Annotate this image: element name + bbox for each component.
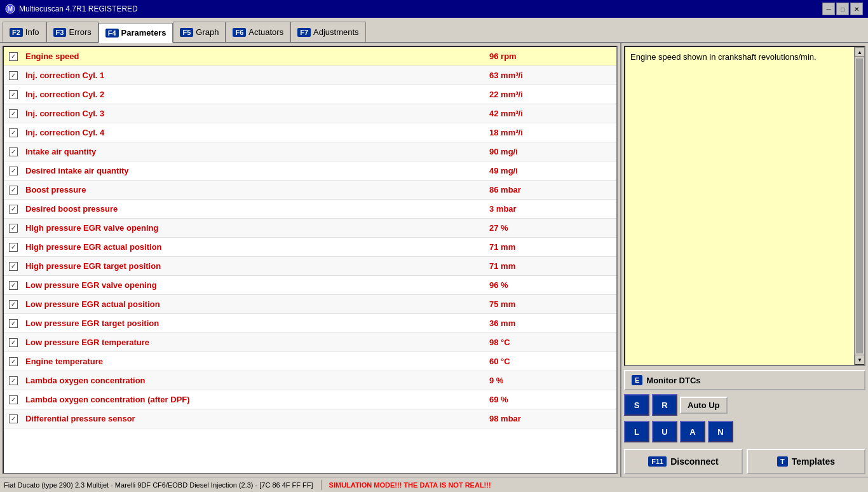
app-title: Multiecuscan 4.7R1 REGISTERED bbox=[19, 4, 138, 13]
tab-label-parameters: Parameters bbox=[121, 28, 166, 38]
checkbox-icon: ✓ bbox=[9, 128, 18, 137]
param-checkbox[interactable]: ✓ bbox=[4, 52, 23, 61]
param-checkbox[interactable]: ✓ bbox=[4, 224, 23, 233]
param-checkbox[interactable]: ✓ bbox=[4, 147, 23, 156]
param-checkbox[interactable]: ✓ bbox=[4, 71, 23, 80]
bottom-actions: F11 Disconnect T Templates bbox=[624, 449, 865, 474]
table-row[interactable]: ✓Inj. correction Cyl. 418 mm³/i bbox=[4, 123, 616, 142]
close-button[interactable]: ✕ bbox=[850, 3, 863, 15]
table-row[interactable]: ✓High pressure EGR actual position71 mm bbox=[4, 238, 616, 257]
param-value: 69 % bbox=[489, 395, 616, 404]
monitor-dtcs-button[interactable]: E Monitor DTCs bbox=[624, 370, 865, 390]
simulation-warning: SIMULATION MODE!!! THE DATA IS NOT REAL!… bbox=[329, 481, 491, 489]
tab-parameters[interactable]: F4 Parameters bbox=[98, 23, 173, 43]
templates-key: T bbox=[777, 456, 788, 467]
param-checkbox[interactable]: ✓ bbox=[4, 376, 23, 385]
key-l-button[interactable]: L bbox=[624, 421, 649, 442]
scroll-up-arrow[interactable]: ▲ bbox=[855, 47, 865, 57]
param-value: 22 mm³/i bbox=[489, 90, 616, 99]
param-checkbox[interactable]: ✓ bbox=[4, 205, 23, 214]
key-s-button[interactable]: S bbox=[624, 394, 649, 416]
checkbox-icon: ✓ bbox=[9, 147, 18, 156]
param-checkbox[interactable]: ✓ bbox=[4, 395, 23, 404]
table-row[interactable]: ✓Desired boost pressure3 mbar bbox=[4, 200, 616, 219]
param-checkbox[interactable]: ✓ bbox=[4, 414, 23, 423]
param-name: Desired intake air quantity bbox=[23, 166, 489, 175]
param-checkbox[interactable]: ✓ bbox=[4, 262, 23, 271]
param-value: 9 % bbox=[489, 376, 616, 385]
minimize-button[interactable]: ─ bbox=[822, 3, 835, 15]
param-name: Boost pressure bbox=[23, 185, 489, 195]
table-row[interactable]: ✓Intake air quantity90 mg/i bbox=[4, 142, 616, 161]
key-n-button[interactable]: N bbox=[708, 421, 733, 442]
param-name: High pressure EGR actual position bbox=[23, 242, 489, 252]
table-row[interactable]: ✓Lambda oxygen concentration9 % bbox=[4, 371, 616, 390]
param-checkbox[interactable]: ✓ bbox=[4, 338, 23, 347]
monitor-label: Monitor DTCs bbox=[646, 376, 700, 385]
param-checkbox[interactable]: ✓ bbox=[4, 186, 23, 195]
table-row[interactable]: ✓Differential pressure sensor98 mbar bbox=[4, 409, 616, 428]
param-checkbox[interactable]: ✓ bbox=[4, 109, 23, 118]
param-checkbox[interactable]: ✓ bbox=[4, 128, 23, 137]
scroll-thumb[interactable] bbox=[856, 58, 863, 353]
titlebar: M Multiecuscan 4.7R1 REGISTERED ─ □ ✕ bbox=[0, 0, 868, 18]
param-name: High pressure EGR target position bbox=[23, 261, 489, 271]
checkbox-icon: ✓ bbox=[9, 395, 18, 404]
tab-graph[interactable]: F5 Graph bbox=[173, 22, 226, 42]
key-r-button[interactable]: R bbox=[652, 394, 677, 416]
checkbox-icon: ✓ bbox=[9, 414, 18, 423]
param-value: 96 % bbox=[489, 280, 616, 290]
param-name: Engine speed bbox=[23, 51, 489, 61]
table-row[interactable]: ✓Low pressure EGR temperature98 °C bbox=[4, 333, 616, 352]
key-u-button[interactable]: U bbox=[652, 421, 677, 442]
checkbox-icon: ✓ bbox=[9, 281, 18, 290]
param-checkbox[interactable]: ✓ bbox=[4, 357, 23, 366]
param-value: 63 mm³/i bbox=[489, 71, 616, 80]
param-checkbox[interactable]: ✓ bbox=[4, 319, 23, 328]
info-scrollbar[interactable]: ▲ ▼ bbox=[854, 47, 864, 365]
param-value: 3 mbar bbox=[489, 204, 616, 214]
templates-button[interactable]: T Templates bbox=[747, 449, 865, 474]
table-row[interactable]: ✓Low pressure EGR actual position75 mm bbox=[4, 295, 616, 314]
info-box: Engine speed shown in crankshaft revolut… bbox=[624, 46, 865, 366]
parameters-table[interactable]: ✓Engine speed96 rpm✓Inj. correction Cyl.… bbox=[3, 46, 618, 474]
param-checkbox[interactable]: ✓ bbox=[4, 300, 23, 309]
app-icon: M bbox=[5, 4, 15, 14]
table-row[interactable]: ✓Desired intake air quantity49 mg/i bbox=[4, 161, 616, 181]
param-checkbox[interactable]: ✓ bbox=[4, 167, 23, 175]
tab-actuators[interactable]: F6 Actuators bbox=[226, 22, 290, 42]
param-value: 71 mm bbox=[489, 242, 616, 252]
param-value: 49 mg/i bbox=[489, 166, 616, 175]
table-row[interactable]: ✓Inj. correction Cyl. 163 mm³/i bbox=[4, 66, 616, 85]
table-row[interactable]: ✓Lambda oxygen concentration (after DPF)… bbox=[4, 390, 616, 409]
tab-label-errors: Errors bbox=[69, 27, 91, 37]
table-row[interactable]: ✓Boost pressure86 mbar bbox=[4, 181, 616, 200]
key-a-button[interactable]: A bbox=[680, 421, 705, 442]
param-checkbox[interactable]: ✓ bbox=[4, 281, 23, 290]
param-checkbox[interactable]: ✓ bbox=[4, 243, 23, 252]
statusbar: Fiat Ducato (type 290) 2.3 Multijet - Ma… bbox=[0, 477, 868, 492]
tab-errors[interactable]: F3 Errors bbox=[46, 22, 98, 42]
table-row[interactable]: ✓Low pressure EGR valve opening96 % bbox=[4, 276, 616, 295]
tab-adjustments[interactable]: F7 Adjustments bbox=[290, 22, 365, 42]
table-row[interactable]: ✓Engine temperature60 °C bbox=[4, 352, 616, 371]
tab-info[interactable]: F2 Info bbox=[3, 22, 46, 42]
param-name: Low pressure EGR temperature bbox=[23, 338, 489, 347]
param-checkbox[interactable]: ✓ bbox=[4, 90, 23, 99]
param-value: 27 % bbox=[489, 223, 616, 233]
param-name: Inj. correction Cyl. 4 bbox=[23, 128, 489, 137]
table-row[interactable]: ✓Inj. correction Cyl. 342 mm³/i bbox=[4, 104, 616, 123]
param-value: 86 mbar bbox=[489, 185, 616, 195]
table-row[interactable]: ✓Engine speed96 rpm bbox=[4, 47, 616, 66]
param-value: 71 mm bbox=[489, 261, 616, 271]
table-row[interactable]: ✓High pressure EGR valve opening27 % bbox=[4, 219, 616, 238]
table-row[interactable]: ✓Inj. correction Cyl. 222 mm³/i bbox=[4, 85, 616, 104]
table-row[interactable]: ✓Low pressure EGR target position36 mm bbox=[4, 314, 616, 333]
maximize-button[interactable]: □ bbox=[836, 3, 849, 15]
table-row[interactable]: ✓High pressure EGR target position71 mm bbox=[4, 257, 616, 276]
disconnect-button[interactable]: F11 Disconnect bbox=[624, 449, 743, 474]
scroll-down-arrow[interactable]: ▼ bbox=[855, 355, 865, 365]
tab-key-f7: F7 bbox=[297, 28, 311, 37]
disconnect-label: Disconnect bbox=[670, 456, 718, 467]
auto-up-button[interactable]: Auto Up bbox=[680, 397, 728, 414]
